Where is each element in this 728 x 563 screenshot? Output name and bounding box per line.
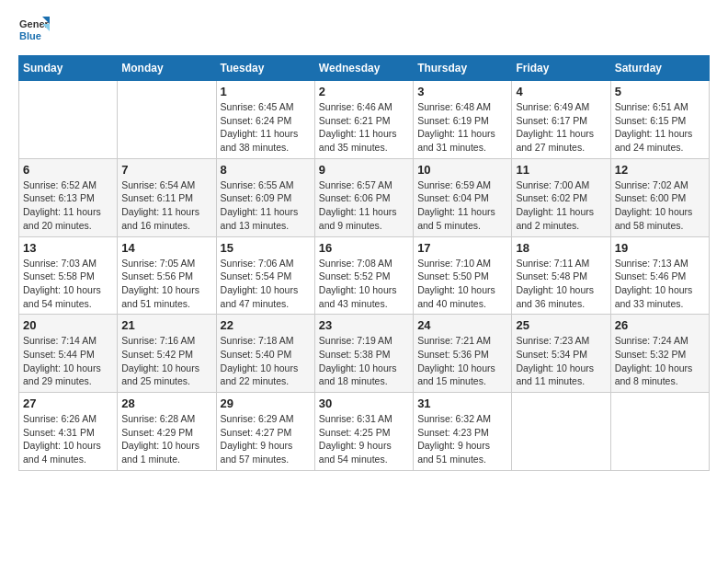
calendar-cell: 11Sunrise: 7:00 AMSunset: 6:02 PMDayligh… — [512, 158, 610, 236]
day-info: Sunrise: 6:26 AMSunset: 4:31 PMDaylight:… — [23, 412, 113, 466]
header-cell-sunday: Sunday — [19, 56, 118, 81]
header-cell-thursday: Thursday — [414, 56, 512, 81]
day-number: 10 — [417, 163, 507, 177]
calendar-header: SundayMondayTuesdayWednesdayThursdayFrid… — [19, 56, 710, 81]
week-row-5: 27Sunrise: 6:26 AMSunset: 4:31 PMDayligh… — [19, 393, 710, 471]
day-info: Sunrise: 7:10 AMSunset: 5:50 PMDaylight:… — [417, 257, 507, 311]
page: General Blue SundayMondayTuesdayWednesda… — [0, 0, 728, 563]
logo-svg: General Blue — [18, 15, 50, 46]
calendar-cell: 25Sunrise: 7:23 AMSunset: 5:34 PMDayligh… — [512, 315, 610, 393]
day-info: Sunrise: 6:29 AMSunset: 4:27 PMDaylight:… — [221, 412, 311, 466]
day-info: Sunrise: 7:14 AMSunset: 5:44 PMDaylight:… — [23, 334, 113, 388]
header-cell-monday: Monday — [118, 56, 216, 81]
day-number: 25 — [516, 318, 606, 332]
calendar-cell — [610, 393, 709, 471]
day-info: Sunrise: 7:23 AMSunset: 5:34 PMDaylight:… — [516, 334, 606, 388]
day-number: 11 — [516, 163, 606, 177]
calendar-cell: 13Sunrise: 7:03 AMSunset: 5:58 PMDayligh… — [19, 236, 118, 315]
calendar-cell: 6Sunrise: 6:52 AMSunset: 6:13 PMDaylight… — [19, 158, 118, 236]
day-number: 30 — [319, 396, 409, 410]
day-number: 15 — [221, 241, 311, 255]
day-number: 1 — [221, 85, 311, 98]
logo: General Blue — [18, 15, 50, 46]
day-info: Sunrise: 6:59 AMSunset: 6:04 PMDaylight:… — [417, 178, 507, 233]
header-cell-tuesday: Tuesday — [216, 56, 314, 81]
calendar-cell: 12Sunrise: 7:02 AMSunset: 6:00 PMDayligh… — [610, 158, 709, 236]
day-number: 19 — [615, 241, 705, 255]
day-info: Sunrise: 7:00 AMSunset: 6:02 PMDaylight:… — [516, 178, 606, 233]
calendar-cell: 2Sunrise: 6:46 AMSunset: 6:21 PMDaylight… — [314, 81, 413, 159]
day-number: 24 — [417, 318, 507, 332]
calendar-cell: 23Sunrise: 7:19 AMSunset: 5:38 PMDayligh… — [314, 315, 413, 393]
day-number: 7 — [121, 163, 211, 177]
calendar-cell: 18Sunrise: 7:11 AMSunset: 5:48 PMDayligh… — [512, 236, 610, 315]
calendar-cell: 9Sunrise: 6:57 AMSunset: 6:06 PMDaylight… — [314, 158, 413, 236]
day-number: 31 — [417, 396, 507, 410]
week-row-2: 6Sunrise: 6:52 AMSunset: 6:13 PMDaylight… — [19, 158, 710, 236]
calendar-cell: 16Sunrise: 7:08 AMSunset: 5:52 PMDayligh… — [314, 236, 413, 315]
calendar-cell: 30Sunrise: 6:31 AMSunset: 4:25 PMDayligh… — [314, 393, 413, 471]
svg-text:Blue: Blue — [19, 30, 41, 41]
day-info: Sunrise: 7:18 AMSunset: 5:40 PMDaylight:… — [221, 334, 311, 388]
week-row-3: 13Sunrise: 7:03 AMSunset: 5:58 PMDayligh… — [19, 236, 710, 315]
day-info: Sunrise: 6:46 AMSunset: 6:21 PMDaylight:… — [319, 100, 409, 155]
day-info: Sunrise: 7:08 AMSunset: 5:52 PMDaylight:… — [319, 257, 409, 311]
calendar-cell: 29Sunrise: 6:29 AMSunset: 4:27 PMDayligh… — [216, 393, 314, 471]
day-info: Sunrise: 6:28 AMSunset: 4:29 PMDaylight:… — [121, 412, 211, 466]
day-number: 5 — [615, 85, 705, 98]
day-number: 28 — [121, 396, 211, 410]
calendar-table: SundayMondayTuesdayWednesdayThursdayFrid… — [18, 55, 710, 471]
calendar-cell: 1Sunrise: 6:45 AMSunset: 6:24 PMDaylight… — [216, 81, 314, 159]
calendar-cell — [19, 81, 118, 159]
day-info: Sunrise: 7:05 AMSunset: 5:56 PMDaylight:… — [121, 257, 211, 311]
day-info: Sunrise: 7:02 AMSunset: 6:00 PMDaylight:… — [615, 178, 705, 233]
day-info: Sunrise: 6:45 AMSunset: 6:24 PMDaylight:… — [221, 100, 311, 155]
day-number: 18 — [516, 241, 606, 255]
calendar-cell: 3Sunrise: 6:48 AMSunset: 6:19 PMDaylight… — [414, 81, 512, 159]
day-number: 16 — [319, 241, 409, 255]
day-info: Sunrise: 6:52 AMSunset: 6:13 PMDaylight:… — [23, 178, 113, 233]
calendar-body: 1Sunrise: 6:45 AMSunset: 6:24 PMDaylight… — [19, 81, 710, 471]
day-info: Sunrise: 6:51 AMSunset: 6:15 PMDaylight:… — [615, 100, 705, 155]
calendar-cell: 14Sunrise: 7:05 AMSunset: 5:56 PMDayligh… — [118, 236, 216, 315]
day-number: 20 — [23, 318, 113, 332]
day-number: 12 — [615, 163, 705, 177]
calendar-cell: 10Sunrise: 6:59 AMSunset: 6:04 PMDayligh… — [414, 158, 512, 236]
day-info: Sunrise: 6:55 AMSunset: 6:09 PMDaylight:… — [221, 178, 311, 233]
day-number: 2 — [319, 85, 409, 98]
header: General Blue — [18, 15, 710, 46]
day-number: 14 — [121, 241, 211, 255]
calendar-cell: 19Sunrise: 7:13 AMSunset: 5:46 PMDayligh… — [610, 236, 709, 315]
header-cell-wednesday: Wednesday — [314, 56, 413, 81]
day-info: Sunrise: 6:31 AMSunset: 4:25 PMDaylight:… — [319, 412, 409, 466]
day-info: Sunrise: 6:54 AMSunset: 6:11 PMDaylight:… — [121, 178, 211, 233]
day-number: 8 — [221, 163, 311, 177]
calendar-cell — [118, 81, 216, 159]
day-number: 4 — [516, 85, 606, 98]
calendar-cell: 31Sunrise: 6:32 AMSunset: 4:23 PMDayligh… — [414, 393, 512, 471]
week-row-1: 1Sunrise: 6:45 AMSunset: 6:24 PMDaylight… — [19, 81, 710, 159]
calendar-cell: 8Sunrise: 6:55 AMSunset: 6:09 PMDaylight… — [216, 158, 314, 236]
day-info: Sunrise: 6:48 AMSunset: 6:19 PMDaylight:… — [417, 100, 507, 155]
day-number: 6 — [23, 163, 113, 177]
calendar-cell: 24Sunrise: 7:21 AMSunset: 5:36 PMDayligh… — [414, 315, 512, 393]
calendar-cell: 20Sunrise: 7:14 AMSunset: 5:44 PMDayligh… — [19, 315, 118, 393]
day-info: Sunrise: 6:49 AMSunset: 6:17 PMDaylight:… — [516, 100, 606, 155]
day-info: Sunrise: 7:06 AMSunset: 5:54 PMDaylight:… — [221, 257, 311, 311]
day-number: 22 — [221, 318, 311, 332]
calendar-cell — [512, 393, 610, 471]
day-number: 23 — [319, 318, 409, 332]
header-cell-saturday: Saturday — [610, 56, 709, 81]
calendar-cell: 17Sunrise: 7:10 AMSunset: 5:50 PMDayligh… — [414, 236, 512, 315]
day-number: 9 — [319, 163, 409, 177]
calendar-cell: 21Sunrise: 7:16 AMSunset: 5:42 PMDayligh… — [118, 315, 216, 393]
calendar-cell: 27Sunrise: 6:26 AMSunset: 4:31 PMDayligh… — [19, 393, 118, 471]
calendar-cell: 4Sunrise: 6:49 AMSunset: 6:17 PMDaylight… — [512, 81, 610, 159]
calendar-cell: 5Sunrise: 6:51 AMSunset: 6:15 PMDaylight… — [610, 81, 709, 159]
day-info: Sunrise: 6:32 AMSunset: 4:23 PMDaylight:… — [417, 412, 507, 466]
calendar-cell: 22Sunrise: 7:18 AMSunset: 5:40 PMDayligh… — [216, 315, 314, 393]
calendar-cell: 15Sunrise: 7:06 AMSunset: 5:54 PMDayligh… — [216, 236, 314, 315]
day-number: 17 — [417, 241, 507, 255]
day-info: Sunrise: 7:13 AMSunset: 5:46 PMDaylight:… — [615, 257, 705, 311]
day-number: 3 — [417, 85, 507, 98]
